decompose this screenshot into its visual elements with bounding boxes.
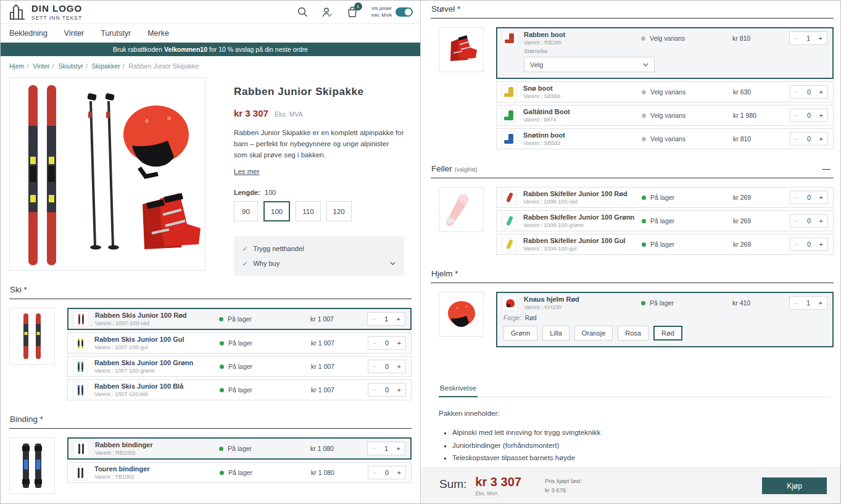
decrease-icon[interactable]: − (372, 315, 376, 323)
decrease-icon[interactable]: − (795, 241, 798, 248)
quantity-stepper[interactable]: −0+ (790, 85, 828, 99)
logo[interactable]: DIN LOGO SETT INN TEKST (8, 3, 82, 22)
size-button-120[interactable]: 120 (326, 201, 352, 221)
cart-icon[interactable]: 1 (347, 6, 358, 18)
size-button-100[interactable]: 100 (263, 201, 290, 221)
color-chip-rosa[interactable]: Rosa (618, 326, 648, 341)
breadcrumb-skiutstyr[interactable]: Skiutstyr (58, 62, 83, 70)
increase-icon[interactable]: + (397, 469, 401, 476)
section-hjelm: Hjelm * Knaus hjelm Rød (421, 260, 840, 352)
quantity-stepper[interactable]: −0+ (790, 214, 828, 228)
decrease-icon[interactable]: − (373, 339, 376, 347)
option-row-feller-gronn[interactable]: Rabben Skifeller Junior 100 Grønn Varenr… (496, 210, 834, 231)
color-chip-oransje[interactable]: Oransje (574, 326, 613, 341)
quantity-stepper[interactable]: −0+ (368, 383, 406, 397)
breadcrumb-vinter[interactable]: Vinter (33, 62, 49, 70)
decrease-icon[interactable]: − (794, 35, 798, 42)
tab-beskrivelse[interactable]: Beskrivelse (439, 381, 478, 397)
option-row-ski-gul[interactable]: Rabben Skis Junior 100 Gul Varenr.: 1007… (67, 333, 412, 353)
increase-icon[interactable]: + (819, 135, 823, 143)
quantity-stepper[interactable]: −0+ (368, 466, 406, 479)
product-name: Rabben boot (524, 31, 641, 38)
nav-item-merke[interactable]: Merke (147, 29, 169, 38)
decrease-icon[interactable]: − (794, 299, 798, 307)
size-button-110[interactable]: 110 (296, 201, 320, 221)
quantity-stepper[interactable]: −1+ (367, 312, 405, 326)
option-row-boot-sno[interactable]: Snø boot Varenr.: SB566 Velg varians kr … (496, 81, 834, 102)
option-row-boot-galtatind[interactable]: Galtåtind Boot Varenr.: 9874 Velg varian… (496, 105, 834, 126)
quantity-stepper[interactable]: −0+ (790, 191, 828, 204)
decrease-icon[interactable]: − (373, 363, 376, 370)
quantity-value: 1 (384, 445, 388, 452)
size-button-90[interactable]: 90 (234, 201, 258, 221)
decrease-icon[interactable]: − (795, 135, 798, 143)
status-dot-icon (642, 114, 646, 118)
nav-item-bekledning[interactable]: Bekledning (9, 29, 48, 38)
increase-icon[interactable]: + (819, 35, 822, 42)
nav-item-turutstyr[interactable]: Turutstyr (101, 29, 131, 38)
size-select[interactable]: Velg (524, 57, 655, 72)
price: kr 1 007 (311, 339, 368, 347)
breadcrumb-hjem[interactable]: Hjem (9, 62, 25, 70)
quantity-value: 0 (807, 217, 811, 225)
decrease-icon[interactable]: − (373, 469, 376, 476)
quantity-stepper[interactable]: −0+ (368, 360, 406, 373)
decrease-icon[interactable]: − (795, 112, 798, 119)
product-price: kr 3 307 (234, 108, 268, 118)
quantity-stepper[interactable]: −0+ (790, 238, 828, 251)
status-dot-icon (642, 137, 646, 141)
search-icon[interactable] (297, 7, 308, 17)
quantity-stepper[interactable]: −1+ (789, 296, 827, 310)
option-row-boot-rabben[interactable]: Rabben boot Varenr.: RB290 Velg varians … (496, 27, 834, 79)
increase-icon[interactable]: + (819, 217, 823, 225)
color-chip-rod[interactable]: Rød (653, 326, 682, 341)
option-row-helmet-knaus[interactable]: Knaus hjelm Rød Varenr.: KH100 På lager … (496, 292, 834, 347)
decrease-icon[interactable]: − (795, 88, 798, 96)
increase-icon[interactable]: + (397, 445, 400, 452)
product-sku: Varenr.: TB1002 (94, 474, 220, 480)
option-row-ski-bla[interactable]: Rabben Skis Junior 100 Blå Varenr.: 1007… (67, 379, 412, 400)
option-row-boot-snotinn[interactable]: Snøtinn boot Varenr.: SB502 Velg varians… (496, 128, 834, 149)
feller-thumbnail-image (439, 187, 484, 232)
breadcrumb-skipakker[interactable]: Skipakker (92, 62, 120, 70)
increase-icon[interactable]: + (397, 339, 401, 347)
quantity-value: 0 (385, 363, 389, 370)
decrease-icon[interactable]: − (795, 194, 798, 201)
price: kr 1 080 (310, 445, 367, 452)
color-chip-lilla[interactable]: Lilla (542, 326, 570, 341)
option-row-ski-gronn[interactable]: Rabben Skis Junior 100 Grønn Varenr.: 10… (67, 356, 412, 377)
nav-item-vinter[interactable]: Vinter (64, 29, 84, 38)
color-chip-gronn[interactable]: Grønn (503, 326, 537, 341)
why-buy-accordion[interactable]: ✓ Why buy (242, 256, 396, 271)
increase-icon[interactable]: + (819, 112, 823, 119)
quantity-stepper[interactable]: −0+ (790, 132, 828, 146)
increase-icon[interactable]: + (397, 363, 401, 370)
chevron-down-icon (643, 63, 648, 67)
increase-icon[interactable]: + (819, 194, 823, 201)
quantity-stepper[interactable]: −0+ (368, 336, 406, 350)
quantity-stepper[interactable]: −1+ (789, 31, 827, 45)
quantity-value: 0 (385, 386, 389, 394)
product-name: Rabben Skifeller Junior 100 Rød (523, 190, 642, 197)
account-icon[interactable] (321, 7, 333, 18)
option-row-binding-rabben[interactable]: Rabben bindinger Varenr.: RB1002 På lage… (67, 437, 412, 460)
option-row-ski-rod[interactable]: Rabben Skis Junior 100 Rød Varenr.: 1007… (67, 308, 412, 330)
decrease-icon[interactable]: − (373, 386, 376, 394)
quantity-stepper[interactable]: −1+ (367, 442, 405, 455)
option-row-binding-touren[interactable]: Touren bindinger Varenr.: TB1002 På lage… (67, 462, 412, 483)
variant-status: Velg varians (642, 135, 733, 143)
increase-icon[interactable]: + (819, 241, 823, 248)
vat-toggle[interactable] (396, 7, 413, 17)
quantity-stepper[interactable]: −0+ (790, 109, 828, 122)
decrease-icon[interactable]: − (372, 445, 376, 452)
option-row-feller-gul[interactable]: Rabben Skifeller Junior 100 Gul Varenr.:… (496, 234, 834, 255)
increase-icon[interactable]: + (819, 88, 823, 96)
buy-button[interactable]: Kjøp (762, 477, 827, 494)
collapse-icon[interactable]: — (822, 163, 831, 173)
option-row-feller-rod[interactable]: Rabben Skifeller Junior 100 Rød Varenr.:… (496, 187, 834, 208)
read-more-link[interactable]: Les mer (234, 168, 260, 175)
decrease-icon[interactable]: − (795, 217, 798, 225)
increase-icon[interactable]: + (819, 299, 822, 307)
increase-icon[interactable]: + (397, 315, 400, 323)
increase-icon[interactable]: + (397, 386, 401, 394)
